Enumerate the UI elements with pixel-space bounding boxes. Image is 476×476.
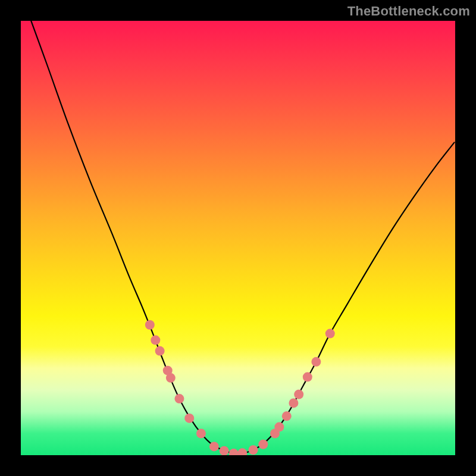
data-marker — [184, 414, 194, 423]
data-marker — [151, 336, 160, 345]
data-marker — [249, 445, 258, 455]
chart-container: TheBottleneck.com — [0, 0, 476, 476]
data-markers — [145, 320, 335, 455]
curve-svg — [21, 21, 455, 455]
data-marker — [155, 346, 165, 356]
watermark-text: TheBottleneck.com — [347, 4, 470, 19]
data-marker — [209, 441, 219, 451]
data-marker — [311, 357, 321, 367]
data-marker — [303, 372, 312, 382]
data-marker — [220, 446, 229, 455]
data-marker — [196, 429, 206, 439]
data-marker — [145, 320, 155, 330]
data-marker — [258, 440, 268, 449]
data-marker — [294, 390, 303, 399]
data-marker — [325, 329, 335, 339]
data-marker — [229, 449, 239, 455]
data-marker — [174, 394, 184, 403]
data-marker — [237, 448, 247, 455]
data-marker — [282, 411, 292, 421]
data-marker — [289, 398, 298, 408]
data-marker — [274, 422, 284, 432]
bottleneck-curve — [30, 21, 455, 453]
plot-area — [21, 21, 455, 455]
data-marker — [166, 373, 176, 383]
